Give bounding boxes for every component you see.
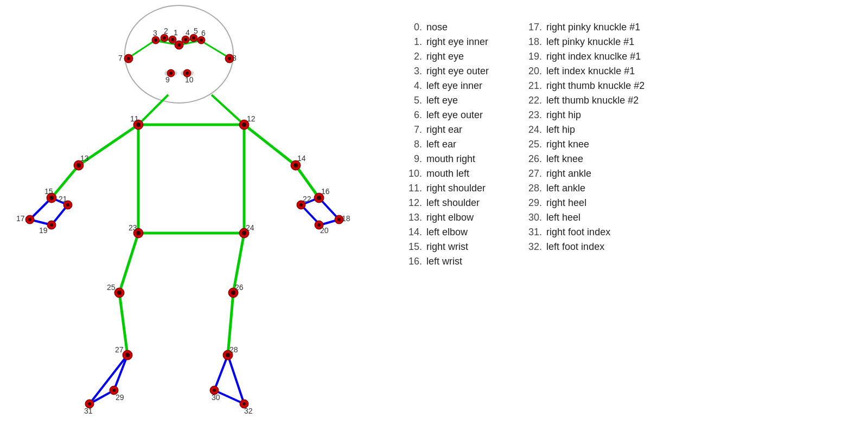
skeleton-diagram: 0 1 2 3 4 5 6 7 <box>0 0 380 438</box>
svg-text:31: 31 <box>84 407 93 415</box>
landmark-legend: 0.nose1.right eye inner2.right eye3.righ… <box>380 0 868 289</box>
svg-point-134 <box>242 402 246 405</box>
svg-point-51 <box>192 36 195 40</box>
svg-point-39 <box>171 38 174 41</box>
list-item: 10.mouth left <box>401 168 489 179</box>
list-item: 2.right eye <box>401 51 489 62</box>
svg-point-71 <box>136 123 141 127</box>
list-item: 8.left ear <box>401 139 489 150</box>
list-item: 30.left heel <box>521 212 644 223</box>
list-item: 27.right ankle <box>521 168 644 179</box>
svg-text:6: 6 <box>201 29 206 37</box>
list-item: 1.right eye inner <box>401 36 489 48</box>
svg-point-0 <box>125 5 233 103</box>
svg-text:17: 17 <box>16 214 25 223</box>
list-item: 21.right thumb knuckle #2 <box>521 80 644 92</box>
svg-point-42 <box>163 36 166 40</box>
svg-line-34 <box>212 95 244 125</box>
list-item: 16.left wrist <box>401 256 489 267</box>
svg-point-92 <box>337 218 341 221</box>
svg-point-101 <box>66 203 69 207</box>
svg-point-131 <box>88 402 91 405</box>
list-item: 4.left eye inner <box>401 80 489 92</box>
svg-text:23: 23 <box>129 223 137 232</box>
svg-text:5: 5 <box>194 27 198 35</box>
list-item: 6.left eye outer <box>401 110 489 121</box>
svg-point-125 <box>112 389 116 392</box>
svg-text:25: 25 <box>107 283 116 292</box>
list-item: 11.right shoulder <box>401 183 489 194</box>
list-item: 0.nose <box>401 22 489 33</box>
svg-line-5 <box>119 233 138 293</box>
list-item: 9.mouth right <box>401 153 489 165</box>
list-item: 22.left thumb knuckle #2 <box>521 95 644 106</box>
svg-text:29: 29 <box>116 393 124 402</box>
svg-text:18: 18 <box>342 214 350 223</box>
list-item: 26.left knee <box>521 153 644 165</box>
svg-text:15: 15 <box>44 187 53 196</box>
svg-line-10 <box>52 165 79 198</box>
svg-point-68 <box>186 72 189 75</box>
svg-text:24: 24 <box>246 223 254 232</box>
svg-text:13: 13 <box>80 154 89 163</box>
svg-text:8: 8 <box>232 54 237 62</box>
svg-text:1: 1 <box>174 28 178 37</box>
svg-text:9: 9 <box>165 75 170 84</box>
svg-text:10: 10 <box>185 75 194 84</box>
svg-point-89 <box>28 218 31 221</box>
svg-point-104 <box>299 203 303 207</box>
svg-text:19: 19 <box>39 226 48 235</box>
svg-point-83 <box>49 196 54 200</box>
svg-text:2: 2 <box>164 27 168 35</box>
svg-line-11 <box>244 125 296 165</box>
list-item: 23.right hip <box>521 110 644 121</box>
list-item: 31.right foot index <box>521 227 644 238</box>
svg-point-45 <box>154 38 157 42</box>
svg-text:27: 27 <box>115 345 124 354</box>
svg-point-77 <box>76 163 81 168</box>
svg-point-95 <box>50 223 53 227</box>
svg-line-21 <box>114 355 127 390</box>
list-item: 32.left foot index <box>521 241 644 253</box>
legend-column-1: 0.nose1.right eye inner2.right eye3.righ… <box>401 22 489 267</box>
svg-text:4: 4 <box>186 28 190 37</box>
list-item: 14.left elbow <box>401 227 489 238</box>
svg-line-33 <box>138 95 168 125</box>
list-item: 17.right pinky knuckle #1 <box>521 22 644 33</box>
list-item: 28.left ankle <box>521 183 644 194</box>
list-item: 12.left shoulder <box>401 197 489 209</box>
svg-text:26: 26 <box>235 283 244 292</box>
list-item: 20.left index knuckle #1 <box>521 66 644 77</box>
legend-column-2: 17.right pinky knuckle #118.left pinky k… <box>521 22 644 267</box>
svg-text:21: 21 <box>59 195 67 203</box>
list-item: 3.right eye outer <box>401 66 489 77</box>
list-item: 29.right heel <box>521 197 644 209</box>
svg-text:28: 28 <box>229 345 238 354</box>
svg-text:7: 7 <box>118 54 123 62</box>
svg-point-74 <box>242 123 246 127</box>
list-item: 18.left pinky knuckle #1 <box>521 36 644 48</box>
list-item: 13.right elbow <box>401 212 489 223</box>
list-item: 24.left hip <box>521 124 644 136</box>
svg-point-36 <box>177 43 181 47</box>
svg-line-24 <box>214 355 228 390</box>
svg-text:11: 11 <box>130 114 139 123</box>
list-item: 7.right ear <box>401 124 489 136</box>
list-item: 25.right knee <box>521 139 644 150</box>
svg-point-48 <box>184 38 187 41</box>
list-item: 19.right index knuclke #1 <box>521 51 644 62</box>
list-item: 15.right wrist <box>401 241 489 253</box>
svg-text:22: 22 <box>303 195 311 203</box>
svg-line-12 <box>296 165 319 198</box>
svg-text:12: 12 <box>247 114 256 123</box>
svg-point-57 <box>127 57 130 60</box>
svg-text:20: 20 <box>320 226 329 235</box>
svg-point-54 <box>200 38 203 42</box>
list-item: 5.left eye <box>401 95 489 106</box>
svg-text:30: 30 <box>212 393 220 402</box>
svg-point-86 <box>317 196 321 200</box>
svg-text:14: 14 <box>297 154 306 163</box>
svg-point-65 <box>169 72 173 75</box>
svg-text:16: 16 <box>321 187 330 196</box>
svg-point-113 <box>117 291 122 295</box>
